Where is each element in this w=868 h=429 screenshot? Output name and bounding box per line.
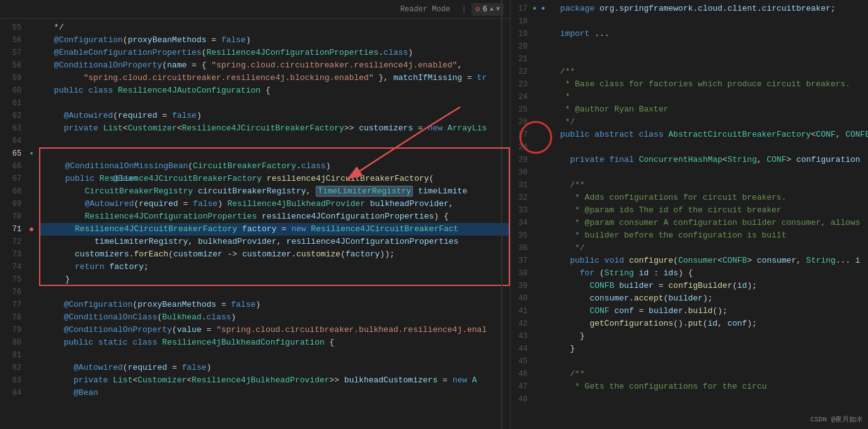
code-line-83: private List<Customizer<Resilience4jBulk… — [39, 374, 510, 387]
right-code-line-38: for (String id : ids) { — [545, 267, 868, 280]
code-line-84: @Bean — [39, 387, 510, 399]
right-code-line-23: * Base class for factories which produce… — [545, 78, 868, 91]
code-line-71: Resilience4JCircuitBreakerFactory factor… — [39, 223, 510, 236]
right-code-panel: 17 18 19 20 21 22 23 24 25 26 27 28 29 3… — [511, 0, 868, 429]
code-line-57: @EnableConfigurationProperties(Resilienc… — [39, 47, 510, 59]
right-code-line-25: * @author Ryan Baxter — [545, 103, 868, 116]
code-line-61 — [39, 97, 510, 110]
bean-icon: ● — [26, 147, 37, 160]
blue-dot-icon: ● — [541, 5, 545, 12]
right-code-line-46: /** — [545, 368, 868, 380]
code-line-59: "spring.cloud.circuitbreaker.resilience4… — [39, 72, 510, 84]
left-code-panel: Reader Mode | ⊙ 6 ▲ ▼ 55 56 57 58 59 60 … — [0, 0, 511, 429]
right-code-line-40: consumer.accept(builder); — [545, 292, 868, 305]
right-code-line-42: getConfigurations().put(id, conf); — [545, 317, 868, 330]
right-code-line-43: } — [545, 330, 868, 343]
arrow-down-button[interactable]: ▼ — [496, 6, 500, 13]
right-code-line-47: * Gets the configurations for the circu — [545, 380, 868, 393]
right-code-line-17: package org.springframework.cloud.client… — [545, 3, 868, 15]
csdn-watermark: CSDN @夜月如水 — [810, 415, 863, 424]
code-line-72: timeLimiterRegistry, bulkheadProvider, r… — [39, 236, 510, 248]
right-code-line-29: private final ConcurrentHashMap<String, … — [545, 154, 868, 166]
right-code-line-37: public void configure(Consumer<CONFB> co… — [545, 255, 868, 267]
right-code-line-39: CONFB builder = configBuilder(id); — [545, 280, 868, 292]
right-code-line-21 — [545, 53, 868, 66]
code-line-63: private List<Customizer<Resilience4JCirc… — [39, 122, 510, 135]
left-code-content: */ @Configuration(proxyBeanMethods = fal… — [39, 19, 510, 429]
right-code-area: 17 18 19 20 21 22 23 24 25 26 27 28 29 3… — [511, 0, 868, 429]
right-code-line-27: public abstract class AbstractCircuitBre… — [545, 129, 868, 141]
panel-divider — [501, 0, 502, 429]
code-line-80: public static class Resilience4jBulkhead… — [39, 336, 510, 349]
code-line-64 — [39, 135, 510, 147]
code-line-73: customizers.forEach(customizer -> custom… — [39, 248, 510, 261]
code-line-70: Resilience4JConfigurationProperties resi… — [39, 210, 510, 223]
reader-mode-button[interactable]: Reader Mode — [400, 5, 450, 14]
right-code-line-33: * @param ids The id of the circuit break… — [545, 204, 868, 217]
right-code-line-41: CONF conf = builder.build(); — [545, 305, 868, 317]
right-code-content: package org.springframework.cloud.client… — [545, 0, 868, 429]
right-code-line-30 — [545, 166, 868, 179]
right-code-line-32: * Adds configurations for circuit breake… — [545, 192, 868, 204]
code-line-68: CircuitBreakerRegistry circuitBreakerReg… — [39, 185, 510, 198]
right-code-line-28 — [545, 141, 868, 154]
code-line-65: @Bean — [39, 147, 510, 160]
code-line-81 — [39, 349, 510, 362]
right-code-line-35: * builder before the configuration is bu… — [545, 229, 868, 242]
right-code-line-44: } — [545, 343, 868, 355]
code-line-62: @Autowired(required = false) — [39, 110, 510, 122]
code-line-76 — [39, 286, 510, 299]
right-gutter: ● ● — [533, 0, 545, 429]
red-dot-icon: ● — [26, 223, 37, 236]
right-code-line-24: * — [545, 91, 868, 103]
left-code-area: 55 56 57 58 59 60 61 62 63 64 65 66 67 6… — [0, 19, 510, 429]
code-line-78: @ConditionalOnClass(Bulkhead.class) — [39, 311, 510, 324]
right-code-line-48 — [545, 393, 868, 406]
right-code-line-18 — [545, 15, 868, 28]
right-code-line-19: import ... — [545, 28, 868, 40]
arrow-up-button[interactable]: ▲ — [490, 6, 494, 13]
top-bar: Reader Mode | ⊙ 6 ▲ ▼ — [0, 0, 510, 19]
code-line-82: @Autowired(required = false) — [39, 362, 510, 374]
right-code-line-31: /** — [545, 179, 868, 192]
right-code-line-36: */ — [545, 242, 868, 255]
main-container: Reader Mode | ⊙ 6 ▲ ▼ 55 56 57 58 59 60 … — [0, 0, 868, 429]
left-gutter: ● ● — [26, 19, 39, 429]
code-line-79: @ConditionalOnProperty(value = "spring.c… — [39, 324, 510, 336]
right-code-line-20 — [545, 40, 868, 53]
code-line-56: @Configuration(proxyBeanMethods = false) — [39, 34, 510, 47]
code-line-55: */ — [39, 21, 510, 34]
error-badge-group: ⊙ 6 ▲ ▼ — [472, 3, 504, 16]
code-line-74: return factory; — [39, 261, 510, 273]
right-line-numbers: 17 18 19 20 21 22 23 24 25 26 27 28 29 3… — [511, 0, 533, 429]
code-line-58: @ConditionalOnProperty(name = { "spring.… — [39, 59, 510, 72]
green-circle-icon: ● — [533, 5, 536, 12]
left-line-numbers: 55 56 57 58 59 60 61 62 63 64 65 66 67 6… — [0, 19, 26, 429]
right-code-line-45 — [545, 355, 868, 368]
code-line-66: @ConditionalOnMissingBean(CircuitBreaker… — [39, 160, 510, 173]
code-line-75: } — [39, 273, 510, 286]
code-line-77: @Configuration(proxyBeanMethods = false) — [39, 299, 510, 311]
right-code-line-22: /** — [545, 66, 868, 78]
error-count: 6 — [483, 5, 487, 14]
code-line-60: public class Resilience4JAutoConfigurati… — [39, 84, 510, 97]
code-line-69: @Autowired(required = false) Resilience4… — [39, 198, 510, 210]
right-code-line-34: * @param consumer A configuration builde… — [545, 217, 868, 229]
code-line-67: public Resilience4JCircuitBreakerFactory… — [39, 173, 510, 185]
right-code-line-26: */ — [545, 116, 868, 129]
